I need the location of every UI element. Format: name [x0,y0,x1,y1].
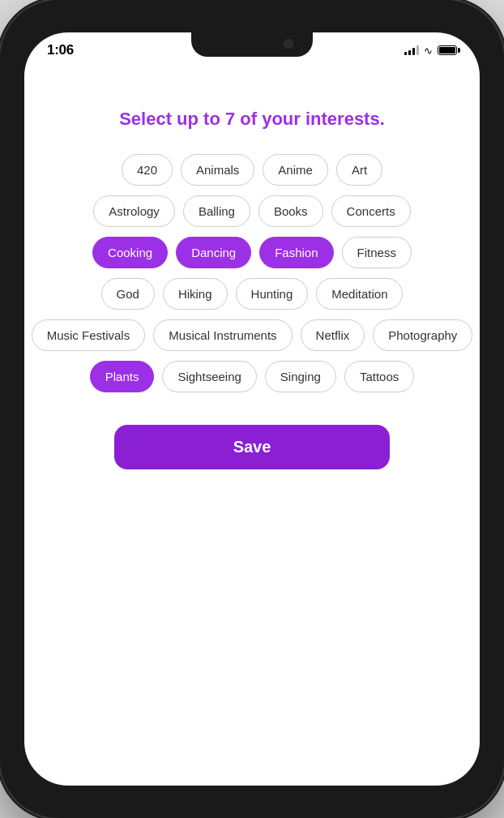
interest-chip-cooking[interactable]: Cooking [92,237,168,268]
interest-chip-balling[interactable]: Balling [183,195,250,227]
screen-content: Select up to 7 of your interests. 420Ani… [24,68,480,786]
interest-chip-art[interactable]: Art [336,154,382,186]
camera [284,39,293,49]
interest-row-3: GodHikingHuntingMeditation [101,278,404,310]
interest-row-4: Music FestivalsMusical InstrumentsNetfli… [32,319,473,351]
interest-chip-tattoos[interactable]: Tattoos [344,361,414,392]
interest-chip-photography[interactable]: Photography [373,319,472,351]
interest-chip-plants[interactable]: Plants [90,361,155,392]
interest-chip-hiking[interactable]: Hiking [163,278,228,310]
interest-chip-netflix[interactable]: Netflix [301,319,365,351]
interest-chip-anime[interactable]: Anime [263,154,328,186]
interest-chip-fashion[interactable]: Fashion [259,237,333,268]
status-time: 1:06 [47,42,74,58]
interest-chip-concerts[interactable]: Concerts [331,195,411,227]
interest-row-0: 420AnimalsAnimeArt [122,154,382,186]
wifi-icon: ∿ [424,45,433,57]
interest-chip-animals[interactable]: Animals [181,154,254,186]
status-icons: ∿ [404,45,457,57]
interest-chip-420[interactable]: 420 [122,154,173,186]
interest-chip-musical-instruments[interactable]: Musical Instruments [153,319,292,351]
interest-chip-singing[interactable]: Singing [265,361,336,392]
phone-frame: 1:06 ∿ Select up to 7 of your interests.… [0,0,504,818]
battery-icon [438,45,457,55]
battery-fill [439,47,455,54]
interest-chip-astrology[interactable]: Astrology [93,195,175,227]
interest-chip-god[interactable]: God [101,278,155,310]
interest-chip-music-festivals[interactable]: Music Festivals [32,319,146,351]
interest-row-1: AstrologyBallingBooksConcerts [93,195,410,227]
interest-chip-dancing[interactable]: Dancing [176,237,251,268]
interest-chip-hunting[interactable]: Hunting [236,278,309,310]
interests-container: 420AnimalsAnimeArtAstrologyBallingBooksC… [41,154,463,392]
phone-screen: 1:06 ∿ Select up to 7 of your interests.… [24,32,480,786]
page-title: Select up to 7 of your interests. [119,109,385,130]
interest-row-5: PlantsSightseeingSingingTattoos [90,361,415,392]
notch [191,32,313,57]
interest-row-2: CookingDancingFashionFitness [92,237,412,268]
signal-icon [404,45,419,55]
interest-chip-meditation[interactable]: Meditation [316,278,403,310]
interest-chip-sightseeing[interactable]: Sightseeing [162,361,256,392]
interest-chip-fitness[interactable]: Fitness [342,237,412,268]
save-button[interactable]: Save [114,425,390,469]
interest-chip-books[interactable]: Books [258,195,323,227]
